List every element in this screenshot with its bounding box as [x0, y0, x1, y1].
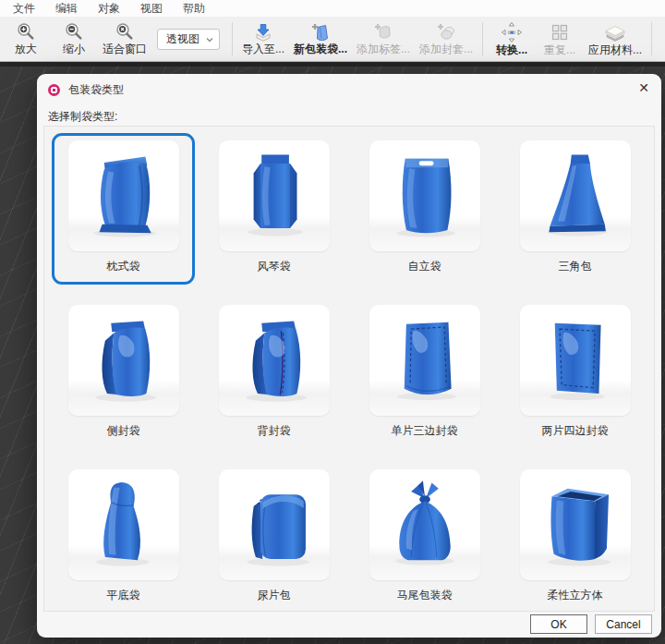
bag-item-diaper[interactable]: 尿片包 — [202, 462, 345, 614]
bag-thumbnail-fourside — [520, 305, 631, 416]
bag-item-triangle[interactable]: 三角包 — [503, 133, 647, 285]
bag-label: 三角包 — [559, 259, 592, 274]
zoom-in-label: 放大 — [15, 43, 37, 55]
bag-thumbnail-triangle — [520, 140, 631, 251]
bag-item-sideseal[interactable]: 侧封袋 — [52, 298, 195, 449]
zoom-out-label: 缩小 — [63, 43, 85, 55]
move-arrows-icon — [501, 21, 523, 43]
bag-label: 尿片包 — [258, 588, 291, 603]
repeat-label: 重复... — [544, 43, 575, 56]
bag-label: 风琴袋 — [258, 259, 291, 274]
menu-help[interactable]: 帮助 — [179, 1, 209, 17]
bag-item-gusset[interactable]: 风琴袋 — [202, 133, 345, 285]
toolbar: 放大 缩小 适合窗口 — [0, 17, 665, 62]
new-bag-button[interactable]: 新包装袋... — [289, 20, 352, 58]
bag-thumbnail-backseal — [219, 305, 330, 416]
grid-squares-icon — [549, 21, 571, 43]
repeat-button: 重复... — [536, 19, 584, 59]
fit-window-icon — [115, 22, 135, 43]
bag-grid: 枕式袋 风琴袋 — [52, 133, 647, 614]
bag-item-fourside[interactable]: 两片四边封袋 — [503, 298, 647, 449]
bag-thumbnail-threeside — [369, 305, 480, 416]
bag-item-flexcube[interactable]: 柔性立方体 — [503, 462, 647, 614]
bag-grid-panel: 枕式袋 风琴袋 — [43, 126, 655, 612]
app-window: 文件 编辑 对象 视图 帮助 放大 — [0, 0, 665, 644]
dialog-title: 包装袋类型 — [68, 82, 124, 98]
bag-thumbnail-sideseal — [68, 305, 179, 416]
bag-label: 两片四边封袋 — [542, 423, 609, 439]
zoom-out-button[interactable]: 缩小 — [50, 20, 98, 58]
bag-item-threeside[interactable]: 单片三边封袋 — [353, 298, 496, 449]
material-layers-icon — [602, 21, 628, 43]
bag-thumbnail-flexcube — [520, 469, 631, 580]
toolbar-separator — [482, 22, 483, 55]
add-label-icon — [371, 22, 395, 43]
toolbar-separator — [651, 22, 652, 55]
bag-item-standup[interactable]: 自立袋 — [353, 133, 496, 285]
view-mode-select[interactable]: 透视图 — [157, 29, 220, 50]
menu-file[interactable]: 文件 — [9, 1, 39, 17]
bag-item-backseal[interactable]: 背封袋 — [202, 298, 345, 449]
apply-material-button[interactable]: 应用材料... — [584, 19, 647, 59]
apply-material-label: 应用材料... — [588, 43, 642, 56]
close-icon[interactable]: ✕ — [638, 81, 649, 94]
menu-view[interactable]: 视图 — [137, 1, 166, 17]
import-icon — [251, 22, 275, 43]
new-bag-icon — [308, 22, 332, 43]
add-sleeve-button: 添加封套... — [415, 20, 478, 58]
import-to-button[interactable]: 导入至... — [237, 20, 289, 58]
zoom-in-button[interactable]: 放大 — [2, 20, 50, 58]
bag-item-flatbottom[interactable]: 平底袋 — [52, 462, 195, 614]
chevron-down-icon — [206, 32, 213, 45]
dialog-footer: OK Cancel — [530, 614, 652, 634]
zoom-out-icon — [64, 22, 84, 43]
dialog-header: 包装袋类型 — [37, 74, 661, 100]
bag-item-ponytail[interactable]: 马尾包装袋 — [353, 462, 496, 614]
prompt-label: 选择制袋类型: — [48, 109, 661, 125]
bag-thumbnail-gusset — [219, 140, 330, 251]
add-label-button: 添加标签... — [352, 20, 415, 58]
menu-edit[interactable]: 编辑 — [52, 1, 81, 17]
bag-label: 枕式袋 — [107, 259, 140, 274]
add-sleeve-label: 添加封套... — [419, 43, 473, 55]
convert-button[interactable]: 转换... — [488, 19, 536, 59]
menu-bar: 文件 编辑 对象 视图 帮助 — [0, 0, 665, 17]
bag-thumbnail-standup — [369, 140, 480, 251]
toolbar-separator — [232, 22, 233, 55]
zoom-in-icon — [16, 22, 36, 43]
bag-thumbnail-ponytail — [369, 469, 480, 580]
bag-thumbnail-pillow — [68, 140, 179, 251]
bag-type-dialog: 包装袋类型 ✕ 选择制袋类型: — [37, 74, 661, 638]
bag-label: 单片三边封袋 — [392, 423, 458, 439]
bag-thumbnail-flatbottom — [68, 469, 179, 580]
ok-button[interactable]: OK — [530, 614, 587, 634]
view-mode-value: 透视图 — [166, 31, 200, 47]
add-sleeve-icon — [434, 22, 458, 43]
bag-item-pillow[interactable]: 枕式袋 — [52, 133, 195, 285]
brand-logo-icon — [48, 84, 60, 96]
bag-label: 背封袋 — [258, 423, 291, 439]
menu-object[interactable]: 对象 — [94, 1, 124, 17]
bag-label: 平底袋 — [107, 588, 140, 603]
bag-label: 侧封袋 — [107, 423, 140, 439]
cancel-button[interactable]: Cancel — [595, 614, 652, 634]
bag-label: 自立袋 — [408, 259, 441, 274]
import-to-label: 导入至... — [242, 43, 284, 55]
fit-window-label: 适合窗口 — [103, 43, 147, 55]
bag-label: 柔性立方体 — [548, 588, 603, 603]
add-label-label: 添加标签... — [357, 43, 410, 55]
bag-thumbnail-diaper — [219, 469, 330, 580]
fit-window-button[interactable]: 适合窗口 — [98, 20, 151, 58]
new-bag-label: 新包装袋... — [294, 43, 347, 55]
bag-label: 马尾包装袋 — [397, 588, 453, 603]
convert-label: 转换... — [496, 43, 527, 56]
